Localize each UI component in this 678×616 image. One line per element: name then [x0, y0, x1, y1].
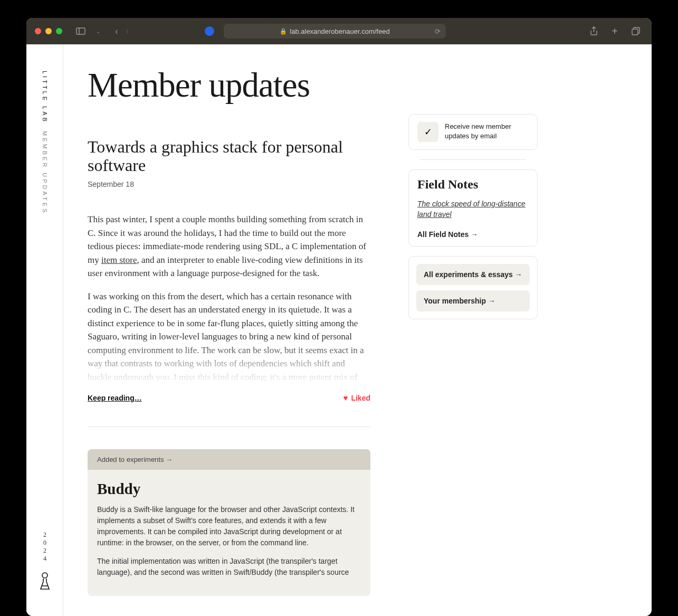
forward-button[interactable]: › [122, 26, 132, 37]
liked-label: Liked [351, 394, 370, 402]
extension-icon[interactable] [205, 26, 214, 36]
membership-link[interactable]: Your membership → [416, 290, 530, 311]
main-area: Member updates Towards a graphics stack … [63, 44, 652, 616]
left-rail: LITTLE LAB MEMBER UPDATES 2024 [26, 44, 63, 616]
close-window-button[interactable] [35, 28, 41, 34]
post-title[interactable]: Towards a graphics stack for personal so… [88, 138, 370, 175]
fullscreen-window-button[interactable] [56, 28, 62, 34]
minimize-window-button[interactable] [45, 28, 52, 34]
experiment-para2: The initial implementation was written i… [97, 556, 361, 578]
flask-icon[interactable] [38, 572, 52, 595]
liked-indicator[interactable]: ♥ Liked [343, 393, 370, 402]
all-field-notes-link[interactable]: All Field Notes → [417, 230, 529, 239]
all-experiments-link[interactable]: All experiments & essays → [416, 264, 530, 285]
aside-divider [420, 159, 526, 160]
subscribe-label: Receive new member updates by email [445, 122, 529, 141]
heart-icon: ♥ [343, 393, 348, 402]
share-icon[interactable] [587, 23, 601, 40]
window-controls [35, 28, 62, 34]
aside-links-box: All experiments & essays → Your membersh… [408, 256, 538, 319]
page-title: Member updates [88, 65, 370, 105]
back-button[interactable]: ‹ [112, 26, 121, 37]
url-bar[interactable]: 🔒 lab.alexanderobenauer.com/feed ⟳ [224, 24, 446, 39]
sidebar-toggle-icon[interactable] [73, 25, 89, 37]
field-notes-title: Field Notes [417, 177, 529, 192]
text-fade [88, 342, 370, 384]
experiment-para1: Buddy is a Swift-like language for the b… [97, 504, 361, 548]
svg-point-3 [42, 573, 47, 578]
field-notes-link[interactable]: The clock speed of long-distance land tr… [417, 199, 529, 220]
section-label: MEMBER UPDATES [42, 131, 48, 214]
brand-label[interactable]: LITTLE LAB [42, 71, 48, 124]
item-store-link[interactable]: item store [101, 255, 137, 265]
post-divider [88, 427, 370, 427]
checkbox-checked-icon[interactable]: ✓ [417, 122, 438, 142]
titlebar: ⌄ ‹ › 🔒 lab.alexanderobenauer.com/feed ⟳… [26, 18, 652, 44]
lock-icon: 🔒 [280, 28, 287, 35]
post-actions: Keep reading… ♥ Liked [88, 393, 370, 402]
keep-reading-link[interactable]: Keep reading… [88, 394, 142, 402]
svg-rect-0 [77, 28, 85, 34]
new-tab-icon[interactable]: + [608, 23, 621, 40]
experiment-badge[interactable]: Added to experiments → [88, 449, 370, 470]
svg-rect-2 [632, 29, 638, 35]
article-column: Member updates Towards a graphics stack … [88, 65, 370, 616]
browser-window: ⌄ ‹ › 🔒 lab.alexanderobenauer.com/feed ⟳… [26, 18, 652, 616]
year-label: 2024 [41, 531, 49, 563]
experiment-title[interactable]: Buddy [97, 480, 361, 498]
field-notes-box: Field Notes The clock speed of long-dist… [408, 169, 538, 247]
reload-icon[interactable]: ⟳ [435, 27, 441, 35]
post-date: September 18 [88, 180, 370, 188]
page-content: LITTLE LAB MEMBER UPDATES 2024 Member up… [26, 44, 652, 616]
url-text: lab.alexanderobenauer.com/feed [290, 27, 389, 35]
post-body: This past winter, I spent a couple month… [88, 213, 370, 384]
chevron-down-icon[interactable]: ⌄ [93, 26, 103, 36]
aside-column: ✓ Receive new member updates by email Fi… [408, 114, 538, 616]
tabs-overview-icon[interactable] [628, 23, 643, 40]
experiment-card: Added to experiments → Buddy Buddy is a … [88, 449, 370, 596]
subscribe-box[interactable]: ✓ Receive new member updates by email [408, 114, 538, 150]
